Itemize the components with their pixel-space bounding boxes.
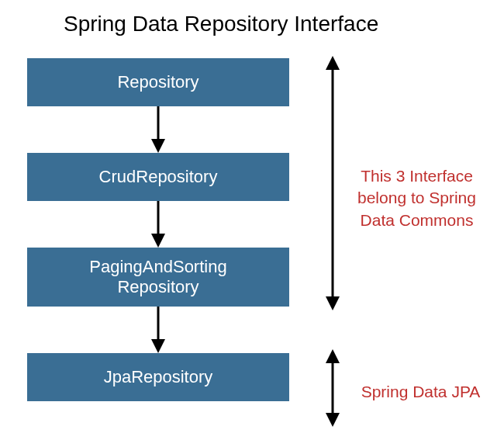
crud-repository-label: CrudRepository bbox=[99, 167, 218, 187]
annotation-commons-line3: Data Commons bbox=[361, 211, 474, 229]
svg-marker-5 bbox=[151, 339, 165, 353]
paging-sorting-label-line2: Repository bbox=[117, 277, 198, 297]
paging-sorting-label-line1: PagingAndSorting bbox=[89, 257, 226, 277]
arrow-down-icon bbox=[151, 307, 165, 353]
annotation-jpa: Spring Data JPA bbox=[353, 381, 488, 403]
crud-repository-box: CrudRepository bbox=[27, 153, 289, 201]
arrow-down-icon bbox=[151, 106, 165, 153]
jpa-repository-label: JpaRepository bbox=[104, 367, 213, 387]
repository-box: Repository bbox=[27, 58, 289, 106]
jpa-repository-box: JpaRepository bbox=[27, 353, 289, 401]
svg-marker-1 bbox=[151, 139, 165, 153]
svg-marker-10 bbox=[326, 349, 340, 363]
paging-sorting-repository-box: PagingAndSorting Repository bbox=[27, 248, 289, 307]
svg-marker-3 bbox=[151, 234, 165, 248]
annotation-commons-line2: belong to Spring bbox=[357, 189, 476, 206]
annotation-commons-line1: This 3 Interface bbox=[361, 167, 473, 185]
repository-label: Repository bbox=[117, 72, 198, 92]
svg-marker-8 bbox=[326, 296, 340, 310]
arrow-down-icon bbox=[151, 201, 165, 248]
diagram-title: Spring Data Repository Interface bbox=[64, 12, 378, 36]
svg-marker-7 bbox=[326, 56, 340, 70]
annotation-jpa-text: Spring Data JPA bbox=[361, 383, 481, 400]
bracket-arrow-jpa-icon bbox=[324, 349, 341, 427]
svg-marker-11 bbox=[326, 413, 340, 427]
bracket-arrow-commons-icon bbox=[324, 56, 341, 310]
annotation-commons: This 3 Interface belong to Spring Data C… bbox=[349, 165, 485, 231]
